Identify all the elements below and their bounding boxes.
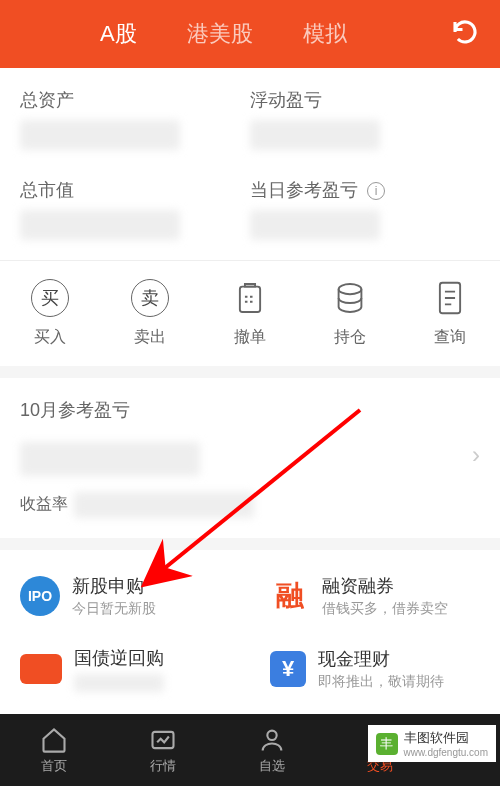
nav-home-label: 首页 xyxy=(41,757,67,775)
position-label: 持仓 xyxy=(334,327,366,348)
sell-icon: 卖 xyxy=(131,279,169,317)
cash-icon: ¥ xyxy=(270,651,306,687)
watermark: 丰 丰图软件园 www.dgfengtu.com xyxy=(368,725,497,762)
svg-rect-0 xyxy=(240,287,260,312)
margin-icon: 融 xyxy=(270,576,310,616)
cash-sub: 即将推出，敬请期待 xyxy=(318,673,444,691)
features-panel: IPO 新股申购 今日暂无新股 融 融资融券 借钱买多，借券卖空 国债逆回购 ¥ xyxy=(0,550,500,716)
nav-optional-label: 自选 xyxy=(259,757,285,775)
nav-market-label: 行情 xyxy=(150,757,176,775)
cash-title: 现金理财 xyxy=(318,647,444,671)
query-button[interactable]: 查询 xyxy=(400,279,500,348)
ipo-icon: IPO xyxy=(20,576,60,616)
header-tabs: A股 港美股 模拟 xyxy=(100,19,450,49)
cancel-label: 撤单 xyxy=(234,327,266,348)
query-icon xyxy=(434,279,466,317)
ipo-title: 新股申购 xyxy=(72,574,156,598)
total-asset-value xyxy=(20,120,180,150)
bond-sub xyxy=(74,674,164,692)
cash-feature[interactable]: ¥ 现金理财 即将推出，敬请期待 xyxy=(250,632,500,706)
position-button[interactable]: 持仓 xyxy=(300,279,400,348)
asset-panel: 总资产 浮动盈亏 总市值 当日参考盈亏 i xyxy=(0,68,500,260)
margin-sub: 借钱买多，借券卖空 xyxy=(322,600,448,618)
market-value-value xyxy=(20,210,180,240)
nav-home[interactable]: 首页 xyxy=(0,714,109,786)
margin-title: 融资融券 xyxy=(322,574,448,598)
floating-pnl-label: 浮动盈亏 xyxy=(250,88,480,112)
position-icon xyxy=(334,279,366,317)
nav-optional[interactable]: 自选 xyxy=(217,714,326,786)
monthly-value xyxy=(20,442,200,476)
buy-label: 买入 xyxy=(34,327,66,348)
svg-point-5 xyxy=(267,730,276,739)
ipo-feature[interactable]: IPO 新股申购 今日暂无新股 xyxy=(0,560,250,632)
bond-title: 国债逆回购 xyxy=(74,646,164,670)
nav-market[interactable]: 行情 xyxy=(109,714,218,786)
monthly-pnl-panel[interactable]: 10月参考盈亏 › 收益率 xyxy=(0,378,500,538)
query-label: 查询 xyxy=(434,327,466,348)
ipo-sub: 今日暂无新股 xyxy=(72,600,156,618)
market-value-label: 总市值 xyxy=(20,178,250,202)
info-icon[interactable]: i xyxy=(367,182,385,200)
top-header: A股 港美股 模拟 xyxy=(0,0,500,68)
margin-feature[interactable]: 融 融资融券 借钱买多，借券卖空 xyxy=(250,560,500,632)
bond-feature[interactable]: 国债逆回购 xyxy=(0,632,250,706)
yield-value xyxy=(74,492,254,518)
buy-icon: 买 xyxy=(31,279,69,317)
cancel-order-button[interactable]: 撤单 xyxy=(200,279,300,348)
svg-point-1 xyxy=(339,284,362,294)
monthly-label: 10月参考盈亏 xyxy=(20,398,480,422)
watermark-icon: 丰 xyxy=(376,733,398,755)
bond-icon xyxy=(20,654,62,684)
action-bar: 买 买入 卖 卖出 撤单 持仓 查询 xyxy=(0,260,500,366)
tab-simulation[interactable]: 模拟 xyxy=(303,19,347,49)
buy-button[interactable]: 买 买入 xyxy=(0,279,100,348)
refresh-button[interactable] xyxy=(450,17,480,51)
daily-ref-value xyxy=(250,210,380,240)
sell-label: 卖出 xyxy=(134,327,166,348)
tab-hk-us-stock[interactable]: 港美股 xyxy=(187,19,253,49)
floating-pnl-value xyxy=(250,120,380,150)
yield-row: 收益率 xyxy=(20,492,480,518)
daily-ref-label: 当日参考盈亏 i xyxy=(250,178,480,202)
tab-a-stock[interactable]: A股 xyxy=(100,19,137,49)
watermark-url: www.dgfengtu.com xyxy=(404,747,489,758)
cancel-icon xyxy=(234,279,266,317)
chevron-right-icon: › xyxy=(472,441,480,469)
sell-button[interactable]: 卖 卖出 xyxy=(100,279,200,348)
watermark-title: 丰图软件园 xyxy=(404,729,489,747)
total-asset-label: 总资产 xyxy=(20,88,250,112)
